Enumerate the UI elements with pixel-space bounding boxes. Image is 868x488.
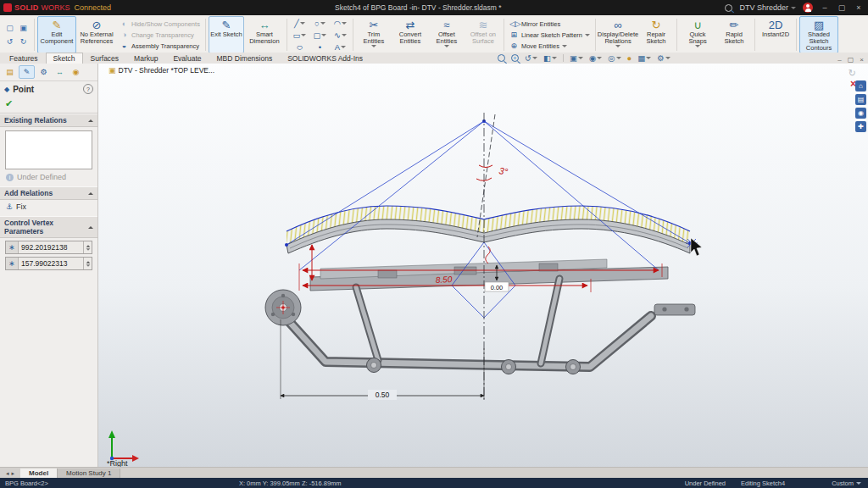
tab-markup[interactable]: Markup (126, 53, 165, 64)
view-settings-button[interactable]: ⚙ (657, 53, 670, 63)
tab-sketch[interactable]: Sketch (46, 53, 83, 64)
repair-sketch-button[interactable]: ↻ Repair Sketch (638, 16, 674, 53)
spline-tool-button[interactable]: ∿ (331, 30, 350, 41)
assembly-transparency-button[interactable]: ◒ Assembly Transparency (117, 41, 203, 51)
doc-restore-button[interactable]: ▢ (848, 56, 854, 64)
arc-tool-button[interactable]: ◠ (331, 18, 350, 29)
vertex-x-icon: ∗ (6, 241, 19, 253)
display-style-button[interactable]: ◉ (589, 53, 602, 63)
text-tool-button[interactable]: A (331, 42, 350, 53)
tab-nav-forward-icon[interactable]: ▸ (12, 470, 15, 477)
control-vertex-header[interactable]: Control Vertex Parameters (0, 216, 97, 238)
dock-panel-icon[interactable]: ▤ (855, 94, 866, 105)
dimxpert-manager-tab[interactable]: ↔ (53, 66, 67, 78)
cad-viewport[interactable]: 3° 8.50 0.00 0.50 *Right (98, 64, 868, 468)
tab-nav: ◂ ▸ (0, 469, 20, 478)
undo-icon[interactable]: ↺ (4, 36, 15, 47)
tab-solidworks-add-ins[interactable]: SOLIDWORKS Add-Ins (280, 53, 370, 64)
units-selector[interactable]: Custom (832, 480, 861, 487)
tab-features[interactable]: Features (2, 53, 46, 64)
property-manager-tab[interactable]: ✎ (19, 65, 35, 79)
breadcrumb[interactable]: ▣ DTV - Shredder *TOP LEVE... (108, 66, 214, 75)
vertex-y-spinner[interactable] (83, 258, 92, 269)
dock-compass-icon[interactable]: ◉ (855, 108, 866, 119)
display-style-icon: ◉ (589, 53, 596, 63)
save-icon[interactable]: ▣ (18, 22, 29, 34)
mirror-entities-button[interactable]: ◁▷ Mirror Entities (507, 19, 593, 29)
dock-add-icon[interactable]: ✚ (855, 121, 866, 132)
rapid-sketch-button[interactable]: ✏ Rapid Sketch (716, 16, 752, 53)
slot-tool-button[interactable]: ▢ (310, 30, 330, 41)
assembly-transparency-icon: ◒ (120, 42, 129, 50)
manager-tabs: ▤ ✎ ⚙ ↔ ◉ (0, 64, 97, 81)
section-view-button[interactable]: ◧ (543, 53, 557, 63)
graphics-area[interactable]: 3° 8.50 0.00 0.50 *Right ▣ DTV - Shredde… (98, 64, 868, 468)
ok-button[interactable]: ✔ (5, 98, 13, 108)
tab-nav-back-icon[interactable]: ◂ (6, 470, 9, 477)
offset-on-surface-button[interactable]: ≋ Offset on Surface (465, 16, 501, 53)
search-icon[interactable] (725, 4, 732, 12)
doc-minimize-button[interactable]: – (837, 56, 841, 64)
move-entities-button[interactable]: ⊕ Move Entities (507, 41, 593, 51)
point-tool-button[interactable]: • (310, 42, 330, 53)
zoom-fit-button[interactable] (498, 54, 505, 62)
minimize-button[interactable]: – (820, 3, 830, 12)
fix-relation-button[interactable]: ⚓ Fix (0, 200, 97, 216)
close-button[interactable]: × (854, 3, 864, 12)
hide-show-items-button[interactable]: ◎ (608, 53, 620, 63)
doc-close-button[interactable]: × (860, 56, 864, 64)
chassis-geometry[interactable] (265, 259, 695, 374)
redo-icon[interactable]: ↻ (18, 36, 29, 47)
relations-listbox[interactable] (5, 130, 92, 169)
edit-component-button[interactable]: ✎ Edit Component (37, 16, 76, 53)
circle-icon: ○ (314, 19, 320, 28)
rectangle-tool-button[interactable]: ▭ (290, 30, 309, 41)
tab-model[interactable]: Model (20, 469, 58, 478)
command-tab-strip: Features Sketch Surfaces Markup Evaluate… (0, 53, 868, 64)
view-orientation-button[interactable]: ▣ (570, 53, 583, 63)
hide-show-components-button[interactable]: ◐ Hide/Show Components (117, 19, 203, 29)
instant2d-button[interactable]: 2D Instant2D (758, 16, 793, 53)
quick-snaps-button[interactable]: ∪ Quick Snaps (680, 16, 715, 53)
hide-show-items-icon: ◎ (608, 53, 615, 63)
add-relations-header[interactable]: Add Relations (0, 186, 97, 200)
convert-entities-button[interactable]: ⇄ Convert Entities (392, 16, 428, 53)
new-document-icon[interactable]: ▢ (4, 22, 15, 34)
line-tool-button[interactable]: ╱ (290, 18, 309, 29)
tab-evaluate[interactable]: Evaluate (165, 53, 209, 64)
avatar[interactable] (803, 3, 813, 13)
trim-entities-button[interactable]: ✂ Trim Entities (356, 16, 392, 53)
existing-relations-header[interactable]: Existing Relations (0, 114, 97, 127)
feature-manager-tab[interactable]: ▤ (3, 66, 17, 78)
tab-mbd-dimensions[interactable]: MBD Dimensions (209, 53, 281, 64)
previous-view-button[interactable]: ↺ (525, 53, 537, 63)
units-label: Custom (832, 480, 854, 487)
vertex-x-spinner[interactable] (83, 241, 92, 253)
shaded-sketch-contours-button[interactable]: ▨ Shaded Sketch Contours (799, 16, 838, 53)
maximize-button[interactable]: ▢ (837, 3, 847, 12)
configuration-manager-tab[interactable]: ⚙ (36, 66, 51, 78)
vertex-y-field[interactable]: ∗ 157.99022313 (5, 257, 92, 270)
offset-entities-button[interactable]: ≈ Offset Entities (429, 16, 465, 53)
display-delete-relations-button[interactable]: ∞ Display/Delete Relations (598, 16, 637, 53)
tab-motion-study-1[interactable]: Motion Study 1 (58, 469, 120, 478)
zero-dimension[interactable]: 0.00 (491, 284, 504, 291)
zoom-area-button[interactable] (511, 54, 519, 62)
change-transparency-button[interactable]: ◑ Change Transparency (117, 30, 203, 40)
dock-home-icon[interactable]: ⌂ (855, 80, 866, 92)
help-icon[interactable]: ? (83, 84, 93, 94)
profile-menu[interactable]: DTV Shredder (739, 3, 796, 12)
display-manager-tab[interactable]: ◉ (69, 66, 83, 78)
edit-appearance-button[interactable]: ● (627, 53, 632, 63)
centerline[interactable] (477, 113, 495, 402)
linear-sketch-pattern-button[interactable]: ⊞ Linear Sketch Pattern (507, 30, 593, 40)
circle-tool-button[interactable]: ○ (310, 18, 330, 29)
exit-sketch-button[interactable]: ✎ Exit Sketch (209, 16, 244, 53)
apply-scene-button[interactable]: ▦ (637, 53, 651, 63)
vertex-x-field[interactable]: ∗ 992.20192138 (5, 241, 92, 254)
bottom-dimension[interactable]: 0.50 (376, 391, 390, 399)
no-external-references-button[interactable]: ⊘ No External References (77, 16, 116, 53)
tab-surfaces[interactable]: Surfaces (83, 53, 127, 64)
ellipse-tool-button[interactable]: ○ (290, 42, 309, 53)
smart-dimension-button[interactable]: ↔ Smart Dimension (245, 16, 284, 53)
